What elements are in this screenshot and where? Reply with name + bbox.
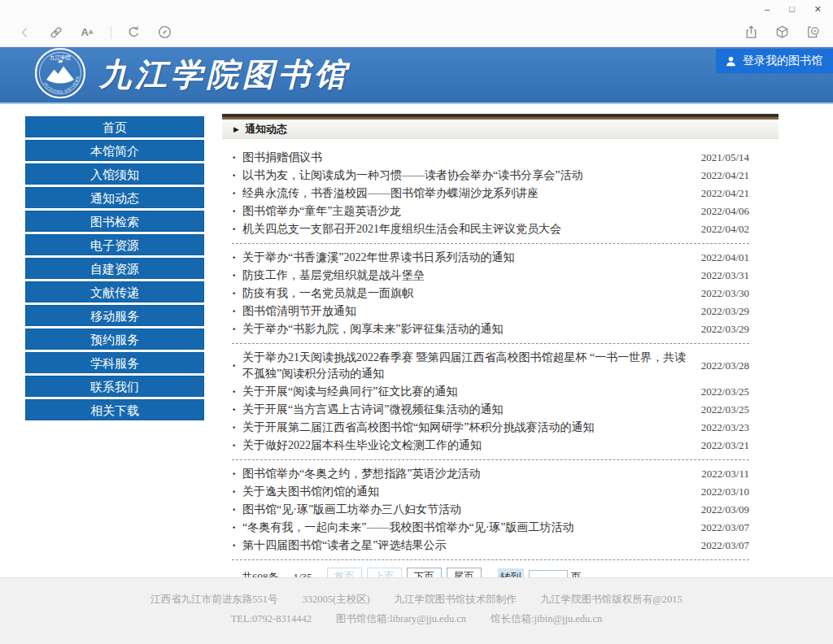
group-divider (232, 459, 749, 460)
notice-link[interactable]: 图书馆“见·琢”版画工坊举办三八妇女节活动 (242, 502, 689, 518)
bullet-icon: · (232, 466, 242, 482)
sidebar-item-1[interactable]: 首页 (25, 116, 204, 137)
notice-row: ·机关四总支一支部召开2021年度组织生活会和民主评议党员大会2022/04/0… (232, 220, 749, 238)
bullet-icon: · (232, 520, 242, 536)
notice-row: ·关于开展“阅读与经典同行”征文比赛的通知2022/03/25 (232, 383, 749, 401)
bullet-icon: · (232, 358, 242, 374)
group-divider (232, 559, 749, 560)
footer-line: TEL:0792-8314442图书馆信箱:library@jju.edu.cn… (0, 609, 833, 629)
notice-row: ·图书馆举办“童年”主题英语沙龙2022/04/06 (232, 202, 749, 220)
footer-text: 九江学院图书馆技术部制作 (395, 594, 517, 605)
notice-link[interactable]: 关于开展第二届江西省高校图书馆“知网研学”杯积分挑战赛活动的通知 (242, 420, 689, 436)
notice-link[interactable]: 机关四总支一支部召开2021年度组织生活会和民主评议党员大会 (242, 221, 689, 237)
notice-date: 2022/03/31 (689, 268, 749, 284)
login-button[interactable]: 登录我的图书馆 (716, 49, 833, 73)
sidebar-item-7[interactable]: 自建资源 (25, 258, 204, 279)
close-button[interactable]: ✕ (814, 5, 822, 14)
notice-date: 2022/03/23 (689, 420, 749, 436)
notice-link[interactable]: 第十四届图书馆“读者之星”评选结果公示 (242, 537, 689, 554)
notice-link[interactable]: 防疫工作，基层党组织就是战斗堡垒 (242, 268, 689, 284)
notice-date: 2022/03/25 (689, 402, 749, 418)
footer-text: TEL:0792-8314442 (231, 613, 312, 624)
toolbar-divider (111, 26, 111, 39)
refresh-icon[interactable] (124, 24, 142, 41)
sidebar-item-5[interactable]: 图书检索 (25, 211, 204, 232)
notice-row: ·关于开展第二届江西省高校图书馆“知网研学”杯积分挑战赛活动的通知2022/03… (232, 419, 749, 437)
notice-link[interactable]: 图书馆举办“童年”主题英语沙龙 (242, 203, 689, 220)
sidebar-item-4[interactable]: 通知动态 (25, 187, 204, 208)
notice-row: ·关于开展“当方言遇上古诗词”微视频征集活动的通知2022/03/25 (232, 401, 749, 419)
notice-row: ·图书馆清明节开放通知2022/03/29 (232, 302, 749, 320)
sidebar-nav: 首页本馆简介入馆须知通知动态图书检索电子资源自建资源文献传递移动服务预约服务学科… (25, 116, 204, 423)
main-content: ▶ 通知动态 ·图书捐赠倡议书2021/05/14·以书为友，让阅读成为一种习惯… (222, 117, 778, 586)
notice-row: ·第十四届图书馆“读者之星”评选结果公示2022/03/07 (232, 537, 749, 555)
browser-toolbar: AA (0, 18, 833, 47)
sidebar-item-11[interactable]: 学科服务 (25, 352, 204, 373)
sidebar-item-8[interactable]: 文献传递 (25, 281, 204, 302)
web-page: JIUJIANG UNIVERSITY 九江学院 九江学院图书馆 登录我的图书馆… (0, 47, 833, 644)
bullet-icon: · (232, 321, 242, 337)
sidebar-item-10[interactable]: 预约服务 (25, 329, 204, 350)
cube-icon[interactable] (773, 24, 791, 41)
bullet-icon: · (232, 150, 242, 166)
bullet-icon: · (232, 268, 242, 284)
font-size-icon[interactable]: AA (78, 24, 96, 41)
notice-date: 2022/03/25 (689, 384, 749, 400)
section-title: 通知动态 (245, 120, 287, 139)
notice-link[interactable]: 关于举办“书香濂溪”2022年世界读书日系列活动的通知 (242, 250, 689, 266)
bullet-icon: · (232, 502, 242, 518)
notice-link[interactable]: 图书馆举办“冬奥之约，梦想指路”英语沙龙活动 (242, 466, 689, 482)
link-icon[interactable] (47, 24, 65, 41)
notice-link[interactable]: 经典永流传，书香溢校园——图书馆举办蝶湖沙龙系列讲座 (242, 185, 689, 202)
notice-link[interactable]: 关于开展“当方言遇上古诗词”微视频征集活动的通知 (242, 402, 689, 418)
notice-date: 2022/03/30 (689, 285, 749, 302)
notice-link[interactable]: 以书为友，让阅读成为一种习惯——读者协会举办“读书分享会”活动 (242, 168, 689, 184)
maximize-button[interactable]: □ (789, 5, 795, 14)
bullet-icon: · (232, 420, 242, 436)
notice-date: 2021/05/14 (689, 150, 749, 166)
notice-row: ·防疫有我，一名党员就是一面旗帜2022/03/30 (232, 285, 749, 302)
share-icon[interactable] (742, 24, 760, 41)
notice-link[interactable]: 关于做好2022届本科生毕业论文检测工作的通知 (242, 437, 689, 454)
notice-row: ·关于举办“书影九院，阅享未来”影评征集活动的通知2022/03/29 (232, 320, 749, 338)
notice-link[interactable]: 关于举办“书影九院，阅享未来”影评征集活动的通知 (242, 321, 689, 337)
notice-date: 2022/03/09 (689, 502, 749, 518)
bullet-icon: · (232, 203, 242, 220)
notice-row: ·关于举办21天阅读挑战2022春季赛 暨第四届江西省高校图书馆超星杯 “一书一… (232, 349, 749, 383)
notice-date: 2022/03/29 (689, 303, 749, 320)
notice-date: 2022/04/21 (689, 185, 749, 202)
notice-link[interactable]: 图书捐赠倡议书 (242, 150, 689, 166)
notice-link[interactable]: “冬奥有我，一起向未来”——我校图书馆举办“见·琢”版画工坊活动 (242, 520, 689, 536)
bullet-icon: · (232, 537, 242, 554)
user-icon (725, 55, 737, 67)
notice-link[interactable]: 防疫有我，一名党员就是一面旗帜 (242, 285, 689, 302)
notice-row: ·经典永流传，书香溢校园——图书馆举办蝶湖沙龙系列讲座2022/04/21 (232, 185, 749, 202)
sidebar-item-2[interactable]: 本馆简介 (25, 140, 204, 161)
notice-link[interactable]: 关于逸夫图书馆闭馆的通知 (242, 484, 689, 500)
footer-lines: 江西省九江市前进东路551号332005(主校区)九江学院图书馆技术部制作九江学… (0, 590, 833, 629)
notice-link[interactable]: 关于开展“阅读与经典同行”征文比赛的通知 (242, 384, 689, 400)
sidebar-item-6[interactable]: 电子资源 (25, 234, 204, 255)
minimize-button[interactable]: – (765, 5, 770, 14)
group-divider (232, 343, 749, 344)
notice-date: 2022/03/29 (689, 321, 749, 337)
sidebar-item-12[interactable]: 联系我们 (25, 376, 204, 397)
sidebar-item-13[interactable]: 相关下载 (25, 399, 204, 420)
section-arrow-icon: ▶ (233, 120, 239, 139)
back-icon[interactable] (16, 24, 34, 41)
notice-link[interactable]: 图书馆清明节开放通知 (242, 303, 689, 320)
sidebar-item-3[interactable]: 入馆须知 (25, 163, 204, 185)
sidebar-item-9[interactable]: 移动服务 (25, 305, 204, 326)
app-window-icon[interactable] (804, 24, 822, 41)
notice-date: 2022/04/02 (689, 221, 749, 237)
bullet-icon: · (232, 303, 242, 320)
footer-text: 九江学院图书馆版权所有@2015 (541, 594, 683, 605)
bullet-icon: · (232, 402, 242, 418)
compass-icon[interactable] (155, 24, 173, 41)
bullet-icon: · (232, 484, 242, 500)
notice-link[interactable]: 关于举办21天阅读挑战2022春季赛 暨第四届江西省高校图书馆超星杯 “一书一世… (242, 350, 689, 382)
logo-cjk-text: 九江学院 (50, 54, 72, 61)
notice-row: ·图书馆举办“冬奥之约，梦想指路”英语沙龙活动2022/03/11 (232, 465, 749, 483)
footer-line: 江西省九江市前进东路551号332005(主校区)九江学院图书馆技术部制作九江学… (0, 590, 833, 609)
bullet-icon: · (232, 250, 242, 266)
